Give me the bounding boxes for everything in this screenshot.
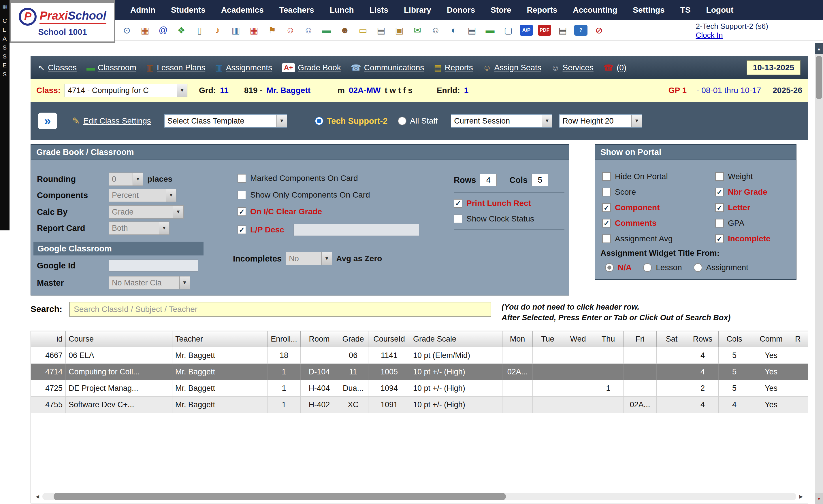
menu-item-settings[interactable]: Settings [625,5,672,15]
master-select[interactable]: No Master Cla▼ [109,276,190,289]
package-icon[interactable]: ▣ [392,24,406,37]
news-icon[interactable]: ▤ [465,24,479,37]
column-header-grade-scale[interactable]: Grade Scale [410,331,502,347]
search-icon[interactable]: ⊙ [120,24,134,37]
checkbox[interactable] [454,199,462,208]
column-header-r[interactable]: R [792,331,808,347]
report-card-select[interactable]: Both▼ [109,222,169,235]
card-icon[interactable]: ▭ [356,24,369,37]
checkbox[interactable] [602,219,611,228]
table-row[interactable]: 4714Computing for Coll...Mr. Baggett1D-1… [31,364,808,380]
column-header-enroll-[interactable]: Enroll... [268,331,301,347]
nav-reports[interactable]: ▤Reports [434,63,473,72]
edit-class-settings-link[interactable]: ✎ Edit Class Settings [72,115,151,127]
tech-support-radio[interactable] [315,116,323,125]
speaker-icon[interactable]: ♪ [211,24,224,37]
checkbox[interactable] [454,215,462,223]
rounding-select[interactable]: 0▼ [109,173,143,186]
menu-item-lists[interactable]: Lists [362,5,396,15]
lesson-radio[interactable] [643,263,652,272]
class-select[interactable]: 4714 - Computing for C▼ [64,84,187,97]
scroll-left-arrow[interactable]: ◄ [33,492,42,501]
menu-item-academics[interactable]: Academics [213,5,272,15]
rows-input[interactable] [480,174,497,186]
menu-item-admin[interactable]: Admin [123,5,163,15]
nav-assignments[interactable]: ▥Assignments [215,63,272,72]
nav-grade-book[interactable]: A+Grade Book [282,63,341,72]
search-input[interactable] [69,302,491,317]
nav-lesson-plans[interactable]: ▥Lesson Plans [146,63,205,72]
row-height-select[interactable]: Row Height 20▼ [559,114,642,128]
column-header-course[interactable]: Course [66,331,172,347]
table-row[interactable]: 4725DE Project Manag...Mr. Baggett1H-404… [31,380,808,397]
column-header-courseid[interactable]: CourseId [368,331,410,347]
date-box[interactable]: 10-13-2025 [747,60,801,75]
column-header-cols[interactable]: Cols [719,331,751,347]
na-radio[interactable] [605,263,614,272]
column-header-sat[interactable]: Sat [657,331,687,347]
staff-icon[interactable]: ☺ [429,24,442,37]
scroll-up-arrow[interactable]: ▲ [815,43,823,54]
google-id-input[interactable] [109,259,198,272]
expand-chevrons-button[interactable]: » [38,112,57,129]
help-icon[interactable]: ? [574,25,588,36]
nav-calls[interactable]: ☎(0) [603,63,626,72]
scroll-down-arrow[interactable]: ▼ [815,493,823,504]
student-blue-icon[interactable]: ☺ [302,24,315,37]
people-icon[interactable]: ☻ [338,24,351,37]
assignment-radio[interactable] [693,263,702,272]
column-header-teacher[interactable]: Teacher [172,331,268,347]
pdf-icon[interactable]: PDF [538,25,551,36]
calendar-icon[interactable]: ▦ [138,24,152,37]
nav-communications[interactable]: ☎Communications [351,63,424,72]
cols-input[interactable] [531,174,548,186]
components-select[interactable]: Percent▼ [109,189,176,202]
class-template-select[interactable]: Select Class Template▼ [164,114,287,128]
checkbox[interactable] [715,188,724,196]
checkbox[interactable] [237,207,246,216]
menu-item-teachers[interactable]: Teachers [272,5,322,15]
nav-classroom[interactable]: ▬Classroom [87,63,136,72]
hscroll-track[interactable] [42,493,796,500]
all-staff-radio[interactable] [398,116,406,125]
hscroll-thumb[interactable] [54,493,506,500]
menu-item-logout[interactable]: Logout [698,5,742,15]
print-icon[interactable]: ▤ [556,24,569,37]
scroll-right-arrow[interactable]: ► [796,492,806,501]
menu-item-lunch[interactable]: Lunch [322,5,362,15]
session-select[interactable]: Current Session▼ [451,114,552,128]
menu-item-library[interactable]: Library [396,5,439,15]
menu-item-donors[interactable]: Donors [439,5,483,15]
checkbox[interactable] [237,191,246,199]
checkbox[interactable] [602,188,611,196]
column-header-fri[interactable]: Fri [624,331,657,347]
student-red-icon[interactable]: ☺ [284,24,297,37]
menu-item-reports[interactable]: Reports [519,5,565,15]
left-vertical-tab[interactable]: ▦ CLASSES [0,0,9,230]
menu-item-students[interactable]: Students [163,5,213,15]
table-row[interactable]: 4755Software Dev C+...Mr. Baggett1H-402X… [31,397,808,413]
column-header-grade[interactable]: Grade [338,331,368,347]
clock-in-link[interactable]: Clock In [696,31,768,40]
ticket-icon[interactable]: ▬ [320,24,333,37]
checkbox[interactable] [715,219,724,228]
column-header-room[interactable]: Room [301,331,338,347]
vscroll-thumb[interactable] [816,56,822,99]
clock-icon[interactable]: ◐ [447,24,460,37]
nav-assign-seats[interactable]: ☺Assign Seats [483,63,541,72]
incompletes-select[interactable]: No▼ [286,252,332,265]
computer-icon[interactable]: ▢ [502,24,515,37]
column-header-tue[interactable]: Tue [533,331,563,347]
checkbox[interactable] [602,203,611,212]
checkbox[interactable] [602,172,611,181]
menu-item-store[interactable]: Store [483,5,519,15]
checkbox[interactable] [237,226,246,234]
mobile-icon[interactable]: ▯ [193,24,206,37]
column-header-thu[interactable]: Thu [593,331,624,347]
stop-icon[interactable]: ⊘ [593,24,606,37]
column-header-rows[interactable]: Rows [687,331,719,347]
checkbox[interactable] [602,234,611,243]
checkbox[interactable] [715,234,724,243]
megaphone-icon[interactable]: ⚑ [266,24,279,37]
mail-send-icon[interactable]: ✉ [411,24,424,37]
